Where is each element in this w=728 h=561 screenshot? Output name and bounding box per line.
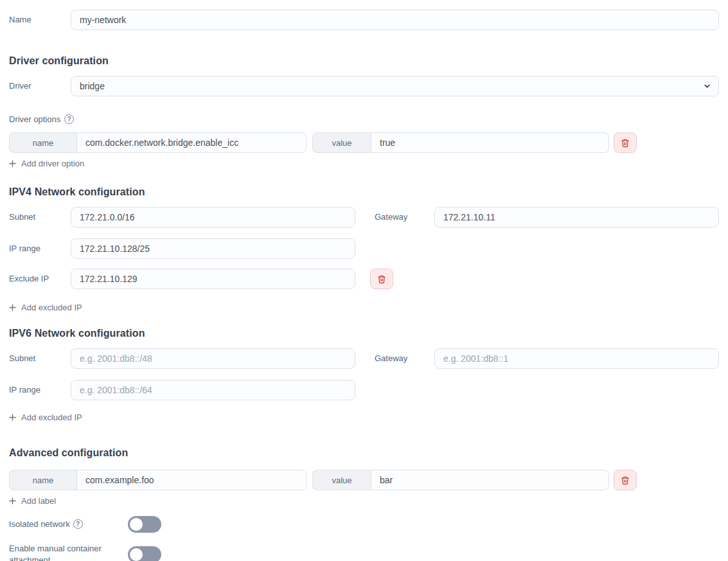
label-value-group: value [312,470,609,490]
label-name-input[interactable] [76,470,306,490]
ipv4-subnet-input[interactable] [71,207,355,227]
create-network-form: Name Driver configuration Driver bridge … [0,0,728,561]
driver-row: Driver bridge [9,76,719,96]
ipv4-gateway-label: Gateway [375,212,434,222]
manual-attachment-label: Enable manual container attachment [9,543,128,561]
label-row: name value [9,470,719,490]
remove-excluded-ip-button[interactable] [370,269,393,289]
isolated-network-toggle[interactable] [128,516,161,533]
plus-icon [9,304,16,311]
toggle-knob [130,518,143,531]
isolated-network-row: Isolated network ? [9,516,719,533]
driver-option-name-group: name [9,132,306,153]
add-driver-option-button[interactable]: Add driver option [9,159,84,168]
driver-option-value-group: value [312,132,609,153]
manual-attachment-row: Enable manual container attachment [9,543,719,561]
trash-icon [377,274,386,284]
ipv6-add-excluded-ip-button[interactable]: Add excluded IP [9,413,82,422]
plus-icon [9,497,16,504]
plus-icon [9,160,16,167]
trash-icon [621,138,630,148]
ipv4-configuration-heading: IPV4 Network configuration [9,186,719,198]
driver-option-value-input[interactable] [371,132,609,153]
label-name-addon: name [9,470,76,490]
name-row: Name [9,10,719,30]
remove-driver-option-button[interactable] [614,132,637,153]
ipv4-iprange-input[interactable] [71,238,355,259]
plus-icon [9,414,16,421]
ipv6-gateway-input[interactable] [434,348,719,369]
ipv4-exclude-ip-row: Exclude IP [9,269,719,289]
ipv4-exclude-ip-input[interactable] [71,269,355,289]
question-mark-icon[interactable]: ? [64,114,74,124]
isolated-network-label-wrap: Isolated network ? [9,519,128,530]
label-value-addon: value [312,470,371,490]
ipv6-iprange-label: IP range [9,385,71,395]
driver-options-label-row: Driver options ? [9,114,719,124]
name-input[interactable] [71,10,719,30]
driver-label: Driver [9,81,71,91]
advanced-configuration-heading: Advanced configuration [9,447,719,459]
driver-configuration-heading: Driver configuration [9,55,719,67]
label-value-input[interactable] [371,470,609,490]
driver-option-value-addon: value [312,132,371,153]
ipv6-subnet-row: Subnet Gateway [9,348,719,369]
driver-option-name-addon: name [9,132,76,153]
ipv4-iprange-row: IP range [9,238,719,259]
ipv6-subnet-input[interactable] [71,348,355,369]
ipv6-iprange-row: IP range [9,380,719,400]
isolated-network-label: Isolated network [9,519,70,530]
add-label-button[interactable]: Add label [9,496,56,506]
ipv4-gateway-input[interactable] [434,207,719,227]
driver-options-label: Driver options [9,114,60,124]
toggle-knob [130,548,143,561]
manual-attachment-toggle[interactable] [128,546,161,561]
ipv4-add-excluded-ip-button[interactable]: Add excluded IP [9,303,82,312]
ipv6-gateway-label: Gateway [375,353,434,364]
driver-select-wrap: bridge [71,76,719,96]
ipv4-iprange-label: IP range [9,244,71,254]
label-name-group: name [9,470,306,490]
ipv4-subnet-label: Subnet [9,212,71,222]
trash-icon [621,476,630,485]
ipv6-subnet-label: Subnet [9,353,71,364]
driver-option-name-input[interactable] [76,132,306,153]
remove-label-button[interactable] [614,470,637,490]
driver-option-row: name value [9,132,719,153]
question-mark-icon[interactable]: ? [73,519,83,529]
ipv6-configuration-heading: IPV6 Network configuration [9,328,719,339]
ipv4-exclude-ip-label: Exclude IP [9,274,71,284]
ipv4-subnet-row: Subnet Gateway [9,207,719,227]
ipv6-iprange-input[interactable] [71,380,355,400]
name-label: Name [9,15,71,25]
driver-select[interactable]: bridge [71,76,719,96]
